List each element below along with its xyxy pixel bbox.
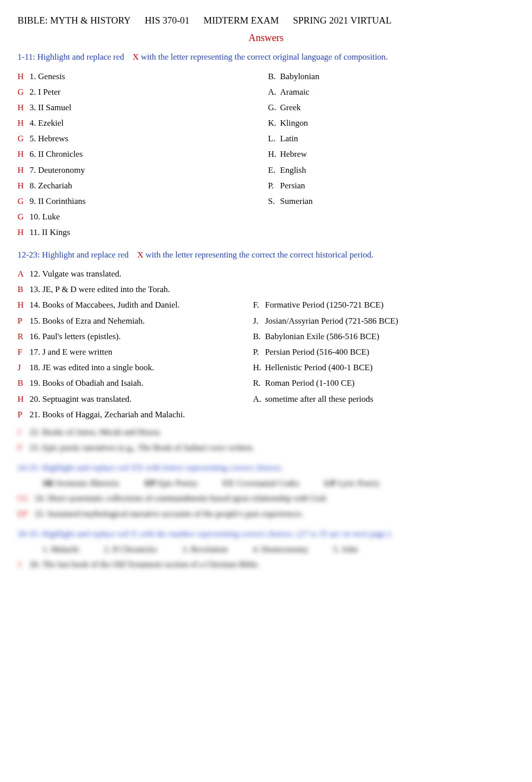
option-text: Sumerian — [280, 194, 313, 208]
question-row: A12. Vulgate was translated. — [18, 267, 233, 281]
option-row: A.sometime after all these periods — [253, 392, 514, 406]
question-row: H7. Deuteronomy — [18, 163, 248, 177]
question-text: 19. Books of Obadiah and Isaiah. — [30, 376, 143, 390]
question-text: 12. Vulgate was translated. — [30, 267, 121, 281]
question-row: H20. Septuagint was translated. — [18, 392, 233, 406]
option-text: Persian — [280, 179, 305, 192]
option-letter: G. — [268, 101, 280, 114]
question-row: EP25. Sustained mythological narrative a… — [18, 507, 514, 520]
section2-body: A12. Vulgate was translated. B13. JE, P … — [18, 265, 514, 423]
section1-questions: H1. Genesis G2. I Peter H3. II Samuel H4… — [18, 68, 248, 241]
option-letter: H. — [253, 361, 265, 374]
section3-instruction: 24-25: Highlight and replace red XX with… — [18, 461, 514, 474]
answers-heading: Answers — [18, 32, 514, 44]
answer-letter: H — [18, 179, 30, 192]
option-row: R.Roman Period (1-100 CE) — [253, 376, 514, 390]
option-text: Formative Period (1250-721 BCE) — [265, 298, 384, 312]
answer-letter: G — [18, 132, 30, 145]
question-row: P15. Books of Ezra and Nehemiah. — [18, 314, 233, 328]
option: SR Sermonic Rhetoric — [43, 478, 120, 488]
section2-questions: A12. Vulgate was translated. B13. JE, P … — [18, 265, 233, 423]
question-text: 21. Books of Haggai, Zechariah and Malac… — [30, 408, 185, 421]
option-row: J.Josian/Assyrian Period (721-586 BCE) — [253, 314, 514, 328]
option-row: K.Klingon — [268, 116, 514, 130]
question-row: G10. Luke — [18, 210, 248, 223]
red-x: X — [133, 52, 139, 62]
question-text: 26. The last book of the Old Testament s… — [30, 558, 259, 571]
answer-letter: CC — [18, 491, 35, 505]
option-text: Josian/Assyrian Period (721-586 BCE) — [265, 314, 398, 328]
question-row: P21. Books of Haggai, Zechariah and Mala… — [18, 408, 233, 421]
answer-letter: 1 — [18, 558, 30, 571]
option-row: B.Babylonian — [268, 70, 514, 83]
option-text: Babylonian Exile (586-516 BCE) — [265, 330, 379, 343]
option-row: P.Persian — [268, 179, 514, 192]
option-text: Klingon — [280, 116, 308, 130]
question-text: 20. Septuagint was translated. — [30, 392, 132, 406]
option-letter: R. — [253, 376, 265, 390]
question-row: F17. J and E were written — [18, 345, 233, 359]
question-text: 18. JE was edited into a single book. — [30, 361, 154, 374]
question-row: R16. Paul's letters (epistles). — [18, 330, 233, 343]
option-text: English — [280, 163, 306, 177]
question-text: 23. Epic poetic narratives (e.g., The Bo… — [30, 441, 254, 454]
question-text: 1. Genesis — [30, 70, 65, 83]
option-letter: A. — [268, 85, 280, 99]
question-text: 7. Deuteronomy — [30, 163, 85, 177]
exam-label: MIDTERM EXAM — [203, 15, 279, 26]
question-row: J18. JE was edited into a single book. — [18, 361, 233, 374]
option: 3. Revelation — [182, 545, 228, 555]
answer-letter: G — [18, 194, 30, 208]
question-row: G2. I Peter — [18, 85, 248, 99]
question-row: 126. The last book of the Old Testament … — [18, 558, 514, 571]
question-row: G9. II Corinthians — [18, 194, 248, 208]
option-text: sometime after all these periods — [265, 392, 373, 406]
page-header: BIBLE: MYTH & HISTORY HIS 370-01 MIDTERM… — [18, 15, 514, 26]
question-row: F23. Epic poetic narratives (e.g., The B… — [18, 441, 514, 454]
answer-letter: H — [18, 101, 30, 114]
answer-letter: P — [18, 408, 30, 421]
answer-letter: B — [18, 283, 30, 296]
option-letter: J. — [253, 314, 265, 328]
option-text: Babylonian — [280, 70, 319, 83]
section1-body: H1. Genesis G2. I Peter H3. II Samuel H4… — [18, 68, 514, 241]
option: EP Epic Poetry — [145, 478, 198, 488]
question-row: H1. Genesis — [18, 70, 248, 83]
option-row: G.Greek — [268, 101, 514, 114]
answer-letter: H — [18, 70, 30, 83]
answer-letter: H — [18, 298, 30, 312]
option-text: Hebrew — [280, 147, 307, 161]
option-row: A.Aramaic — [268, 85, 514, 99]
question-text: 8. Zechariah — [30, 179, 72, 192]
answer-letter: F — [18, 441, 30, 454]
answer-letter: A — [18, 267, 30, 281]
question-text: 11. II Kings — [30, 225, 70, 239]
answer-letter: G — [18, 85, 30, 99]
option-row: E.English — [268, 163, 514, 177]
option-letter: B. — [253, 330, 265, 343]
answer-letter: B — [18, 376, 30, 390]
course-code: HIS 370-01 — [145, 15, 189, 26]
question-row: H6. II Chronicles — [18, 147, 248, 161]
section4-instruction: 26-35: Highlight and replace red X with … — [18, 528, 514, 541]
blurred-content: J22. Books of Amos, Micah and Hosea. F23… — [18, 425, 514, 571]
option-row: H.Hebrew — [268, 147, 514, 161]
answer-letter: H — [18, 163, 30, 177]
answer-letter: P — [18, 314, 30, 328]
option: 4. Deuteronomy — [253, 545, 308, 555]
question-text: 17. J and E were written — [30, 345, 112, 359]
question-row: B19. Books of Obadiah and Isaiah. — [18, 376, 233, 390]
question-row: H14. Books of Maccabees, Judith and Dani… — [18, 298, 233, 312]
option-text: Roman Period (1-100 CE) — [265, 376, 355, 390]
option: 1. Malachi — [43, 545, 79, 555]
option-letter: S. — [268, 194, 280, 208]
option: LP Lyric Poetry — [325, 478, 380, 488]
question-row: CC24. Short systematic collections of co… — [18, 491, 514, 505]
question-text: 16. Paul's letters (epistles). — [30, 330, 121, 343]
question-text: 4. Ezekiel — [30, 116, 64, 130]
question-text: 22. Books of Amos, Micah and Hosea. — [30, 425, 161, 439]
answer-letter: H — [18, 147, 30, 161]
question-text: 9. II Corinthians — [30, 194, 86, 208]
option-row: L.Latin — [268, 132, 514, 145]
option-row: S.Sumerian — [268, 194, 514, 208]
